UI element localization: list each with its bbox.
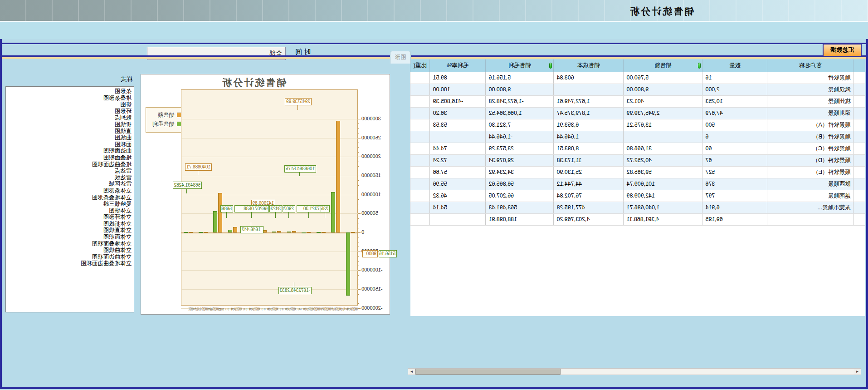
- table-row[interactable]: 顺景软件（A）50013,675.216,353.917,321.3053.53: [410, 119, 865, 131]
- bar-profit-8: [228, 230, 232, 232]
- value-cell: 6,353.91: [554, 119, 624, 131]
- value-cell: 66,207.05: [486, 190, 554, 202]
- style-list-item-2[interactable]: 饼图: [6, 101, 132, 108]
- value-cell: [410, 131, 430, 143]
- data-label-stem: [198, 171, 198, 175]
- table-row[interactable]: 顺景软件165,760.00603.845,156.1689.51: [410, 72, 865, 84]
- style-list-item-14[interactable]: 雷达区域: [6, 181, 132, 188]
- table-row[interactable]: 陕西顺景376101,609.7444,744.1256,865.6255.96: [410, 178, 865, 190]
- y-axis-minor-tick: [358, 223, 359, 223]
- y-axis-tick-label: -1000000: [361, 267, 388, 272]
- bar-sales-9: [218, 193, 222, 232]
- value-cell: 57.66: [430, 166, 486, 178]
- style-list-item-1[interactable]: 堆叠条形图: [6, 95, 132, 102]
- column-header-4[interactable]: 销售成本: [554, 59, 624, 72]
- style-list-item-20[interactable]: 立体折线图: [6, 221, 132, 227]
- value-cell: [410, 178, 430, 190]
- value-cell: 72.24: [430, 154, 486, 166]
- table-row[interactable]: 武汉顺景2,0009,800.009,800.00100.00: [410, 84, 865, 95]
- style-list-item-21[interactable]: 立体直线图: [6, 227, 132, 234]
- style-list-item-22[interactable]: 立体面积图: [6, 234, 132, 241]
- table-row[interactable]: 顺景软件（B）61,646.44-1,646.44: [410, 131, 865, 143]
- column-header-3[interactable]: 销售额: [624, 59, 702, 72]
- value-cell: 527: [702, 166, 767, 178]
- style-list-item-9[interactable]: 曲边面积图: [6, 148, 132, 154]
- style-list-item-19[interactable]: 立体环形图: [6, 214, 132, 221]
- customer-name-cell: 东莞市顺景...: [767, 202, 853, 213]
- style-list-item-23[interactable]: 立体堆叠面积图: [6, 241, 132, 247]
- value-cell: 142,909.89: [624, 190, 702, 202]
- value-cell: 6,914: [702, 202, 767, 213]
- value-cell: [624, 131, 702, 143]
- table-row[interactable]: 深圳顺景47,6792,945,739.991,879,375.471,066,…: [410, 107, 865, 119]
- bar-profit-10: [199, 232, 203, 233]
- column-header-7[interactable]: 比重(: [410, 59, 430, 72]
- bar-profit-5: [272, 232, 276, 232]
- data-label: 23573.29: [321, 205, 330, 212]
- style-list-item-8[interactable]: 面积图: [6, 141, 132, 148]
- value-cell: 6: [702, 131, 767, 143]
- style-list-item-25[interactable]: 立体曲边面积图: [6, 254, 132, 261]
- table-row[interactable]: 越南顺景797142,909.8976,702.8466,207.0546.32: [410, 190, 865, 202]
- column-header-0[interactable]: [853, 59, 865, 72]
- value-cell: 401.23: [624, 95, 702, 107]
- scroll-right-button[interactable]: ►: [408, 369, 415, 375]
- column-header-6[interactable]: 毛利率%: [430, 59, 486, 72]
- style-list-item-18[interactable]: 立体饼图: [6, 207, 132, 214]
- style-list-item-3[interactable]: 环形图: [6, 108, 132, 115]
- scrollbar-thumb[interactable]: [415, 369, 561, 375]
- style-list-item-5[interactable]: 折线图: [6, 121, 132, 128]
- data-label-stem: [294, 282, 294, 287]
- value-cell: -1,646.44: [486, 131, 554, 143]
- style-list-item-17[interactable]: 曼哈顿三维: [6, 201, 132, 207]
- style-list-item-12[interactable]: 雷达点: [6, 168, 132, 174]
- style-list-item-15[interactable]: 立体条形图: [6, 188, 132, 194]
- gridline: [181, 138, 358, 138]
- table-row[interactable]: 杭州顺景10,253401.231,672,749.61-1,672,348.2…: [410, 95, 865, 107]
- column-header-2[interactable]: 数量: [702, 59, 767, 72]
- value-cell: [410, 213, 430, 225]
- table-row[interactable]: 顺景软件（D）6740,252.7211,173.3829,079.3472.2…: [410, 154, 865, 166]
- style-list-item-0[interactable]: 条形图: [6, 88, 132, 95]
- value-cell: 56,865.62: [486, 178, 554, 190]
- value-cell: 2,945,739.99: [624, 107, 702, 119]
- y-axis-tick-label: 2000000: [361, 153, 388, 159]
- data-label: -1646.442: [240, 226, 263, 233]
- value-cell: 9,800.00: [624, 84, 702, 95]
- table-row[interactable]: 顺景软件（E）52759,365.8225,130.9034,234.9257.…: [410, 166, 865, 178]
- y-axis-tick-label: -2000000: [361, 305, 388, 311]
- style-list-item-4[interactable]: 散列点: [6, 114, 132, 121]
- style-list-item-11[interactable]: 堆叠曲边面积图: [6, 161, 132, 168]
- style-list-item-16[interactable]: 立体堆叠条形图: [6, 194, 132, 201]
- style-list-item-7[interactable]: 曲线图: [6, 134, 132, 141]
- customer-name-cell: 陕西顺景: [767, 178, 853, 190]
- row-indicator: [853, 95, 865, 107]
- column-header-1[interactable]: 客户名称: [767, 59, 853, 72]
- style-list-item-6[interactable]: 直线图: [6, 128, 132, 135]
- value-cell: 5,760.00: [624, 72, 702, 84]
- table-row[interactable]: 顺景软件（C）6031,666.808,093.5123,573.2974.44: [410, 143, 865, 154]
- style-list-item-13[interactable]: 雷达线: [6, 174, 132, 181]
- customer-name-cell: 顺景软件: [767, 72, 853, 84]
- y-axis-minor-tick: [358, 294, 359, 295]
- bar-sales-10: [204, 232, 208, 233]
- style-list-item-10[interactable]: 堆叠面积图: [6, 154, 132, 161]
- y-axis-minor-tick: [358, 247, 359, 247]
- tab-summary-data[interactable]: 汇总数据: [823, 44, 862, 56]
- y-axis-minor-tick: [358, 152, 359, 153]
- style-list-item-24[interactable]: 立体曲线图: [6, 247, 132, 254]
- value-cell: 1,040,686.71: [624, 202, 702, 213]
- style-list-item-26[interactable]: 立体堆叠曲边面积图: [6, 260, 132, 267]
- value-cell: 1,672,749.61: [554, 95, 624, 107]
- y-axis-minor-tick: [358, 128, 359, 129]
- table-row[interactable]: 东莞市顺景...6,9141,040,686.71477,195.28563,4…: [410, 202, 865, 213]
- tab-graph[interactable]: 图形: [390, 51, 411, 64]
- scroll-left-button[interactable]: ◄: [854, 369, 861, 375]
- gridline: [181, 270, 358, 271]
- table-total-row[interactable]: 69,1954,391,868.114,203,769.20188,098.91: [410, 213, 865, 225]
- y-axis-tick-label: -1500000: [361, 286, 388, 291]
- y-axis-tick: [358, 213, 361, 214]
- title-bar: 销售统计分析: [0, 0, 868, 21]
- horizontal-scrollbar[interactable]: ◄ ►: [408, 368, 861, 375]
- column-header-5[interactable]: 销售毛利: [486, 59, 554, 72]
